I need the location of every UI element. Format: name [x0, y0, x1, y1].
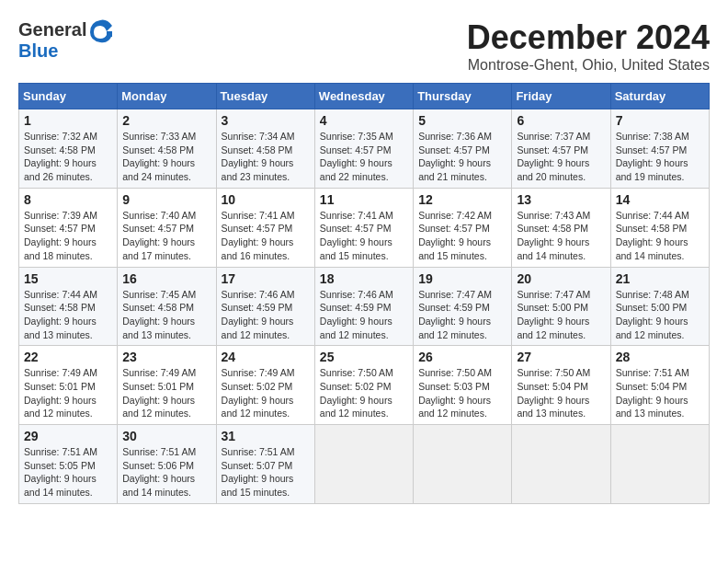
- calendar-day-cell: 3 Sunrise: 7:34 AMSunset: 4:58 PMDayligh…: [216, 109, 314, 189]
- day-number: 5: [418, 113, 506, 128]
- day-detail: Sunrise: 7:38 AMSunset: 4:57 PMDaylight:…: [616, 130, 704, 184]
- calendar-day-cell: 11 Sunrise: 7:41 AMSunset: 4:57 PMDaylig…: [314, 188, 413, 267]
- day-detail: Sunrise: 7:40 AMSunset: 4:57 PMDaylight:…: [122, 209, 210, 263]
- day-detail: Sunrise: 7:45 AMSunset: 4:58 PMDaylight:…: [122, 288, 210, 342]
- day-detail: Sunrise: 7:44 AMSunset: 4:58 PMDaylight:…: [24, 288, 112, 342]
- day-detail: Sunrise: 7:34 AMSunset: 4:58 PMDaylight:…: [222, 130, 310, 184]
- day-number: 20: [517, 271, 605, 286]
- calendar-day-cell: 10 Sunrise: 7:41 AMSunset: 4:57 PMDaylig…: [216, 188, 314, 267]
- day-detail: Sunrise: 7:37 AMSunset: 4:57 PMDaylight:…: [517, 130, 605, 184]
- calendar-week-row: 22 Sunrise: 7:49 AMSunset: 5:01 PMDaylig…: [19, 346, 710, 425]
- calendar-day-cell: 25 Sunrise: 7:50 AMSunset: 5:02 PMDaylig…: [314, 346, 413, 425]
- day-number: 12: [418, 192, 506, 207]
- day-number: 13: [517, 192, 605, 207]
- calendar-day-cell: 22 Sunrise: 7:49 AMSunset: 5:01 PMDaylig…: [19, 346, 118, 425]
- day-number: 19: [418, 271, 506, 286]
- day-detail: Sunrise: 7:49 AMSunset: 5:01 PMDaylight:…: [24, 366, 112, 420]
- page-header: General Blue December 2024 Montrose-Ghen…: [18, 18, 710, 74]
- day-number: 14: [616, 192, 704, 207]
- day-number: 6: [517, 113, 605, 128]
- day-number: 3: [222, 113, 310, 128]
- weekday-header: Thursday: [414, 84, 512, 109]
- day-detail: Sunrise: 7:50 AMSunset: 5:02 PMDaylight:…: [320, 366, 408, 420]
- day-number: 22: [24, 350, 112, 364]
- day-detail: Sunrise: 7:41 AMSunset: 4:57 PMDaylight:…: [320, 209, 408, 263]
- calendar-day-cell: 9 Sunrise: 7:40 AMSunset: 4:57 PMDayligh…: [118, 188, 216, 267]
- day-detail: Sunrise: 7:51 AMSunset: 5:07 PMDaylight:…: [222, 445, 310, 500]
- day-number: 24: [222, 350, 310, 364]
- day-detail: Sunrise: 7:41 AMSunset: 4:57 PMDaylight:…: [222, 209, 310, 263]
- calendar-day-cell: 24 Sunrise: 7:49 AMSunset: 5:02 PMDaylig…: [216, 346, 314, 425]
- day-detail: Sunrise: 7:33 AMSunset: 4:58 PMDaylight:…: [122, 130, 210, 184]
- day-detail: Sunrise: 7:47 AMSunset: 5:00 PMDaylight:…: [517, 288, 605, 342]
- calendar-day-cell: [314, 425, 413, 504]
- day-number: 29: [24, 429, 112, 443]
- day-detail: Sunrise: 7:43 AMSunset: 4:58 PMDaylight:…: [517, 209, 605, 263]
- calendar-week-row: 1 Sunrise: 7:32 AMSunset: 4:58 PMDayligh…: [19, 109, 710, 189]
- day-detail: Sunrise: 7:51 AMSunset: 5:05 PMDaylight:…: [24, 445, 112, 500]
- day-number: 25: [320, 350, 408, 364]
- day-number: 27: [517, 350, 605, 364]
- day-detail: Sunrise: 7:36 AMSunset: 4:57 PMDaylight:…: [418, 130, 506, 184]
- day-number: 4: [320, 113, 408, 128]
- day-detail: Sunrise: 7:42 AMSunset: 4:57 PMDaylight:…: [418, 209, 506, 263]
- location: Montrose-Ghent, Ohio, United States: [467, 57, 710, 74]
- month-title: December 2024: [467, 18, 710, 57]
- day-number: 9: [122, 192, 210, 207]
- day-number: 30: [122, 429, 210, 443]
- day-number: 10: [222, 192, 310, 207]
- day-detail: Sunrise: 7:50 AMSunset: 5:03 PMDaylight:…: [418, 366, 506, 420]
- day-detail: Sunrise: 7:44 AMSunset: 4:58 PMDaylight:…: [616, 209, 704, 263]
- logo-general: General: [18, 19, 86, 40]
- calendar-day-cell: [414, 425, 512, 504]
- calendar-day-cell: 14 Sunrise: 7:44 AMSunset: 4:58 PMDaylig…: [610, 188, 709, 267]
- day-detail: Sunrise: 7:51 AMSunset: 5:04 PMDaylight:…: [616, 366, 704, 420]
- calendar-day-cell: 20 Sunrise: 7:47 AMSunset: 5:00 PMDaylig…: [512, 267, 610, 346]
- logo-blue: Blue: [18, 40, 58, 61]
- calendar-day-cell: 18 Sunrise: 7:46 AMSunset: 4:59 PMDaylig…: [314, 267, 413, 346]
- calendar-day-cell: 17 Sunrise: 7:46 AMSunset: 4:59 PMDaylig…: [216, 267, 314, 346]
- calendar-day-cell: 31 Sunrise: 7:51 AMSunset: 5:07 PMDaylig…: [216, 425, 314, 504]
- day-number: 15: [24, 271, 112, 286]
- calendar-day-cell: 1 Sunrise: 7:32 AMSunset: 4:58 PMDayligh…: [19, 109, 118, 189]
- day-number: 1: [24, 113, 112, 128]
- weekday-header: Saturday: [610, 84, 709, 109]
- day-number: 8: [24, 192, 112, 207]
- calendar-week-row: 8 Sunrise: 7:39 AMSunset: 4:57 PMDayligh…: [19, 188, 710, 267]
- calendar-day-cell: 19 Sunrise: 7:47 AMSunset: 4:59 PMDaylig…: [414, 267, 512, 346]
- calendar-week-row: 29 Sunrise: 7:51 AMSunset: 5:05 PMDaylig…: [19, 425, 710, 504]
- title-block: December 2024 Montrose-Ghent, Ohio, Unit…: [467, 18, 710, 74]
- logo: General Blue: [18, 18, 114, 61]
- calendar-day-cell: 2 Sunrise: 7:33 AMSunset: 4:58 PMDayligh…: [118, 109, 216, 189]
- calendar-day-cell: 6 Sunrise: 7:37 AMSunset: 4:57 PMDayligh…: [512, 109, 610, 189]
- weekday-header: Friday: [512, 84, 610, 109]
- day-detail: Sunrise: 7:47 AMSunset: 4:59 PMDaylight:…: [418, 288, 506, 342]
- calendar-day-cell: 5 Sunrise: 7:36 AMSunset: 4:57 PMDayligh…: [414, 109, 512, 189]
- calendar-day-cell: 8 Sunrise: 7:39 AMSunset: 4:57 PMDayligh…: [19, 188, 118, 267]
- day-number: 21: [616, 271, 704, 286]
- calendar-day-cell: 7 Sunrise: 7:38 AMSunset: 4:57 PMDayligh…: [610, 109, 709, 189]
- day-detail: Sunrise: 7:32 AMSunset: 4:58 PMDaylight:…: [24, 130, 112, 184]
- day-number: 28: [616, 350, 704, 364]
- day-number: 23: [122, 350, 210, 364]
- day-detail: Sunrise: 7:49 AMSunset: 5:02 PMDaylight:…: [222, 366, 310, 420]
- day-number: 7: [616, 113, 704, 128]
- calendar-day-cell: 29 Sunrise: 7:51 AMSunset: 5:05 PMDaylig…: [19, 425, 118, 504]
- day-number: 17: [222, 271, 310, 286]
- day-detail: Sunrise: 7:35 AMSunset: 4:57 PMDaylight:…: [320, 130, 408, 184]
- day-detail: Sunrise: 7:46 AMSunset: 4:59 PMDaylight:…: [320, 288, 408, 342]
- calendar-day-cell: 30 Sunrise: 7:51 AMSunset: 5:06 PMDaylig…: [118, 425, 216, 504]
- calendar-day-cell: 26 Sunrise: 7:50 AMSunset: 5:03 PMDaylig…: [414, 346, 512, 425]
- calendar-day-cell: 12 Sunrise: 7:42 AMSunset: 4:57 PMDaylig…: [414, 188, 512, 267]
- calendar-day-cell: 4 Sunrise: 7:35 AMSunset: 4:57 PMDayligh…: [314, 109, 413, 189]
- calendar-table: SundayMondayTuesdayWednesdayThursdayFrid…: [18, 83, 710, 504]
- day-number: 18: [320, 271, 408, 286]
- calendar-day-cell: 16 Sunrise: 7:45 AMSunset: 4:58 PMDaylig…: [118, 267, 216, 346]
- calendar-day-cell: 13 Sunrise: 7:43 AMSunset: 4:58 PMDaylig…: [512, 188, 610, 267]
- weekday-header: Sunday: [19, 84, 118, 109]
- day-detail: Sunrise: 7:46 AMSunset: 4:59 PMDaylight:…: [222, 288, 310, 342]
- weekday-header: Monday: [118, 84, 216, 109]
- weekday-header: Tuesday: [216, 84, 314, 109]
- day-number: 11: [320, 192, 408, 207]
- day-number: 26: [418, 350, 506, 364]
